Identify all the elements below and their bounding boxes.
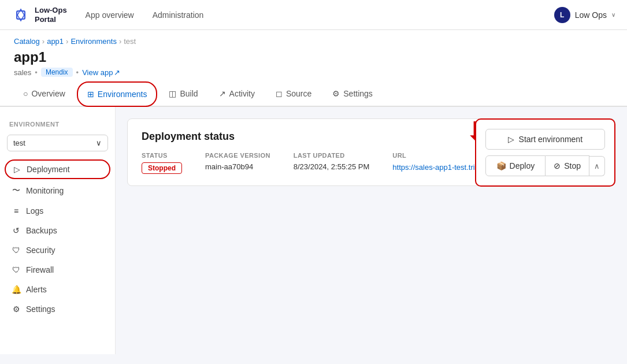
sidebar-item-settings[interactable]: ⚙ Settings (0, 299, 115, 319)
status-field-updated: LAST UPDATED 8/23/2024, 2:55:25 PM (294, 152, 370, 171)
dot-sep1: • (35, 68, 38, 77)
env-select-wrap: test ∨ (0, 130, 115, 158)
status-label: STATUS (142, 152, 182, 159)
start-environment-button[interactable]: ▷ Start environment (485, 129, 605, 150)
breadcrumb-sep3: › (119, 37, 121, 46)
backups-icon: ↺ (11, 226, 21, 235)
activity-icon: ↗ (219, 89, 226, 98)
sidebar-item-alerts[interactable]: 🔔 Alerts (0, 280, 115, 299)
breadcrumb-current: test (124, 37, 136, 46)
nav-right: L Low Ops ∨ (554, 7, 615, 23)
env-select[interactable]: test ∨ (7, 135, 108, 151)
user-name[interactable]: Low Ops (575, 10, 607, 20)
actions-panel: ▷ Start environment 📦 Deploy ⊘ Stop ∧ (475, 118, 615, 187)
tab-overview[interactable]: ○ Overview (14, 82, 75, 106)
main-content: ENVIRONMENT test ∨ ▷ Deployment 〜 Monito… (0, 107, 627, 354)
breadcrumb-sep2: › (66, 37, 68, 46)
security-icon: 🛡 (11, 246, 21, 255)
logs-icon: ≡ (11, 206, 21, 216)
page-title: app1 (0, 46, 627, 68)
env-select-chevron: ∨ (96, 139, 102, 147)
mendix-tag[interactable]: Mendix (41, 68, 73, 77)
sidebar: ENVIRONMENT test ∨ ▷ Deployment 〜 Monito… (0, 107, 116, 354)
settings-sidebar-icon: ⚙ (11, 304, 21, 314)
status-badge: Stopped (142, 162, 182, 174)
tab-source[interactable]: ◻ Source (266, 82, 321, 106)
deploy-icon: 📦 (496, 161, 506, 170)
stop-button[interactable]: ⊘ Stop (546, 155, 589, 176)
nav-app-overview[interactable]: App overview (86, 10, 134, 20)
package-value: main-aa70b94 (205, 162, 270, 171)
breadcrumb-app1[interactable]: app1 (47, 37, 64, 46)
sidebar-item-deployment[interactable]: ▷ Deployment (5, 159, 110, 179)
logo[interactable]: Low-Ops Portal (12, 6, 67, 24)
tab-nav: ○ Overview ⊞ Environments ◫ Build ↗ Acti… (0, 81, 627, 107)
overview-icon: ○ (23, 89, 28, 98)
last-updated-label: LAST UPDATED (294, 152, 370, 159)
user-menu-chevron[interactable]: ∨ (611, 12, 615, 18)
tab-environments[interactable]: ⊞ Environments (77, 81, 158, 107)
start-icon: ▷ (508, 135, 514, 144)
last-updated-value: 8/23/2024, 2:55:25 PM (294, 162, 370, 171)
deploy-button[interactable]: 📦 Deploy (485, 155, 546, 176)
status-field-package: PACKAGE VERSION main-aa70b94 (205, 152, 270, 171)
sidebar-item-logs[interactable]: ≡ Logs (0, 201, 115, 221)
breadcrumb-sep1: › (42, 37, 44, 46)
expand-icon: ∧ (594, 162, 600, 170)
monitoring-icon: 〜 (11, 185, 21, 196)
settings-tab-icon: ⚙ (332, 89, 340, 98)
logo-text: Low-Ops Portal (35, 6, 67, 24)
expand-button[interactable]: ∧ (589, 156, 605, 176)
env-section-label: ENVIRONMENT (0, 116, 115, 130)
firewall-icon: 🛡 (11, 265, 21, 274)
nav-administration[interactable]: Administration (153, 10, 204, 20)
env-select-value: test (13, 139, 25, 147)
top-nav: Low-Ops Portal App overview Administrati… (0, 0, 627, 30)
page-subtitle: sales • Mendix • View app ↗ (0, 68, 627, 81)
breadcrumb-area: Catalog › app1 › Environments › test (0, 30, 627, 46)
stop-icon: ⊘ (554, 161, 561, 170)
sidebar-item-security[interactable]: 🛡 Security (0, 240, 115, 260)
environments-icon: ⊞ (87, 90, 94, 99)
tab-build[interactable]: ◫ Build (159, 82, 207, 106)
breadcrumb-catalog[interactable]: Catalog (14, 37, 40, 46)
build-icon: ◫ (169, 89, 176, 98)
breadcrumb-environments[interactable]: Environments (71, 37, 116, 46)
user-avatar: L (554, 7, 570, 23)
source-icon: ◻ (276, 89, 283, 98)
view-app-link[interactable]: View app ↗ (82, 68, 120, 77)
sidebar-item-firewall[interactable]: 🛡 Firewall (0, 260, 115, 280)
sidebar-item-backups[interactable]: ↺ Backups (0, 221, 115, 240)
alerts-icon: 🔔 (11, 285, 21, 294)
breadcrumb: Catalog › app1 › Environments › test (14, 37, 613, 46)
tab-settings[interactable]: ⚙ Settings (323, 82, 382, 106)
subtitle-prefix: sales (14, 68, 31, 77)
deploy-stop-row: 📦 Deploy ⊘ Stop ∧ (485, 155, 605, 176)
package-label: PACKAGE VERSION (205, 152, 270, 159)
sidebar-item-monitoring[interactable]: 〜 Monitoring (0, 180, 115, 201)
tab-activity[interactable]: ↗ Activity (210, 82, 264, 106)
logo-icon (12, 6, 30, 24)
content-area: Deployment status STATUS Stopped PACKAGE… (116, 107, 627, 354)
status-field-status: STATUS Stopped (142, 152, 182, 174)
deployment-icon: ▷ (12, 165, 22, 174)
dot-sep2: • (76, 68, 79, 77)
